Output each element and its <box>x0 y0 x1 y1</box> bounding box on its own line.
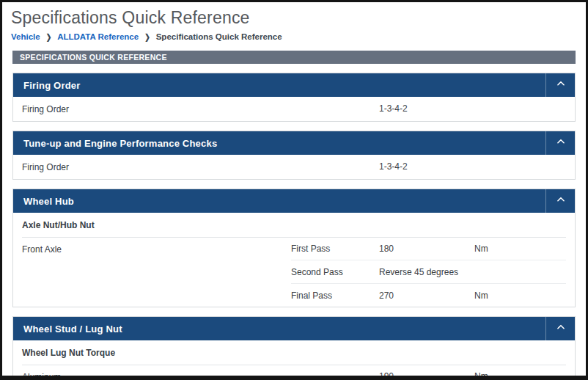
spec-row-label: Axle Nut/Hub Nut <box>13 213 575 237</box>
spec-unit <box>474 103 566 114</box>
spec-section-body: Firing Order 1-3-4-2 <box>13 155 575 179</box>
spec-section-title: Firing Order <box>13 73 545 97</box>
breadcrumb-chevron-icon: ❯ <box>46 32 52 41</box>
spec-section-title: Wheel Stud / Lug Nut <box>13 317 545 340</box>
spec-section-header[interactable]: Firing Order <box>13 73 575 97</box>
spec-section-body: Wheel Lug Nut Torque Aluminum 190 Nm <box>13 340 575 380</box>
spec-row: Axle Nut/Hub Nut <box>13 213 575 237</box>
spec-row-values: 190 Nm <box>291 365 575 380</box>
spec-line: 190 Nm <box>291 365 566 380</box>
spec-section-body: Axle Nut/Hub Nut Front Axle First Pass 1… <box>13 213 575 307</box>
spec-row-label: Firing Order <box>13 155 291 179</box>
spec-section: Tune-up and Engine Performance Checks Fi… <box>12 131 576 180</box>
spec-row: Wheel Lug Nut Torque <box>13 340 575 365</box>
spec-name <box>291 371 379 380</box>
collapse-button[interactable] <box>545 131 575 155</box>
breadcrumb-link[interactable]: Vehicle <box>11 32 40 41</box>
spec-line: 1-3-4-2 <box>291 97 566 120</box>
spec-row-label: Front Axle <box>13 237 291 307</box>
chevron-up-icon <box>556 136 566 150</box>
spec-sections-container: Firing Order Firing Order 1-3-4-2 Tune-u… <box>12 73 576 380</box>
spec-section-header[interactable]: Wheel Stud / Lug Nut <box>13 317 575 340</box>
spec-row: Firing Order 1-3-4-2 <box>13 155 575 179</box>
spec-name: Final Pass <box>291 291 379 301</box>
spec-unit: Nm <box>474 244 566 254</box>
breadcrumb-chevron-icon: ❯ <box>144 32 150 41</box>
breadcrumb-current: Specifications Quick Reference <box>156 32 282 41</box>
spec-section-title: Wheel Hub <box>13 189 545 213</box>
collapse-button[interactable] <box>545 189 575 213</box>
collapse-button[interactable] <box>545 317 575 340</box>
spec-value: 1-3-4-2 <box>379 161 474 172</box>
chevron-up-icon <box>556 194 566 208</box>
spec-value: 190 <box>379 371 474 380</box>
page-title: Specifications Quick Reference <box>11 7 576 28</box>
app-window: Specifications Quick Reference Vehicle❯A… <box>0 0 588 380</box>
chevron-up-icon <box>556 322 566 335</box>
spec-value: Reverse 45 degrees <box>379 267 474 277</box>
spec-name <box>291 103 379 114</box>
spec-row-values: 1-3-4-2 <box>291 97 575 121</box>
spec-name <box>291 161 379 172</box>
spec-section-title: Tune-up and Engine Performance Checks <box>13 131 545 155</box>
spec-row-values: 1-3-4-2 <box>291 155 575 179</box>
spec-section-header[interactable]: Wheel Hub <box>13 189 575 213</box>
chevron-up-icon <box>556 78 566 92</box>
spec-row-label: Aluminum <box>13 365 291 380</box>
specifications-page: Specifications Quick Reference Vehicle❯A… <box>2 2 586 380</box>
spec-section-body: Firing Order 1-3-4-2 <box>13 97 575 121</box>
spec-section-header[interactable]: Tune-up and Engine Performance Checks <box>13 131 575 155</box>
spec-row: Front Axle First Pass 180 Nm Second Pass… <box>13 237 575 307</box>
spec-row: Aluminum 190 Nm <box>13 365 575 380</box>
spec-name: Second Pass <box>291 267 379 277</box>
spec-row-label: Wheel Lug Nut Torque <box>13 340 575 365</box>
spec-line: Final Pass 270 Nm <box>291 283 566 307</box>
spec-row-values: First Pass 180 Nm Second Pass Reverse 45… <box>291 237 575 307</box>
spec-unit: Nm <box>474 371 566 380</box>
spec-unit <box>474 161 566 172</box>
breadcrumb-link[interactable]: ALLDATA Reference <box>57 32 139 41</box>
spec-row: Firing Order 1-3-4-2 <box>13 97 575 121</box>
spec-line: First Pass 180 Nm <box>291 237 566 260</box>
spec-value: 270 <box>379 291 474 301</box>
spec-value: 180 <box>379 244 474 254</box>
spec-line: 1-3-4-2 <box>291 155 566 178</box>
section-banner-label: SPECIFICATIONS QUICK REFERENCE <box>20 53 167 62</box>
spec-section: Wheel Stud / Lug Nut Wheel Lug Nut Torqu… <box>12 316 576 380</box>
spec-row-label: Firing Order <box>13 97 291 121</box>
spec-unit <box>474 267 566 277</box>
spec-unit: Nm <box>474 291 566 301</box>
spec-value: 1-3-4-2 <box>379 103 474 114</box>
section-banner: SPECIFICATIONS QUICK REFERENCE <box>12 51 576 64</box>
spec-section: Firing Order Firing Order 1-3-4-2 <box>12 73 576 122</box>
spec-section: Wheel Hub Axle Nut/Hub Nut Front Axle Fi… <box>12 189 576 307</box>
breadcrumb: Vehicle❯ALLDATA Reference❯Specifications… <box>11 32 576 41</box>
collapse-button[interactable] <box>545 73 575 97</box>
spec-line: Second Pass Reverse 45 degrees <box>291 260 566 283</box>
spec-name: First Pass <box>291 244 379 254</box>
